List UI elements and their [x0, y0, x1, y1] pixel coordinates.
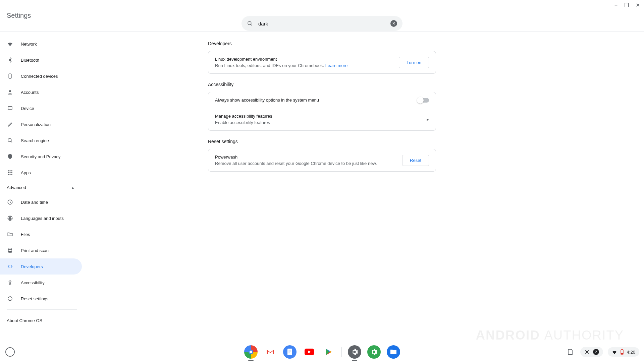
sidebar-item-accessibility[interactable]: Accessibility [0, 275, 82, 291]
svg-rect-15 [11, 174, 12, 175]
sidebar-item-connected-devices[interactable]: Connected devices [0, 68, 82, 84]
learn-more-link[interactable]: Learn more [325, 63, 347, 68]
svg-rect-13 [8, 174, 9, 175]
sidebar-item-search-engine[interactable]: Search engine [0, 132, 82, 148]
svg-rect-4 [8, 107, 12, 109]
svg-rect-11 [10, 172, 11, 173]
sidebar-item-label: About Chrome OS [7, 318, 42, 323]
wifi-icon [612, 350, 617, 354]
manage-accessibility-row[interactable]: Manage accessibility features Enable acc… [208, 108, 436, 130]
powerwash-row[interactable]: Powerwash Remove all user accounts and r… [208, 149, 436, 171]
search-input[interactable] [258, 21, 390, 26]
shelf-app-settings-1[interactable] [348, 345, 361, 359]
tray-time: 4:20 [627, 350, 635, 355]
folder-icon [390, 349, 397, 355]
settings-header: Settings ✕ [0, 0, 644, 32]
accessibility-icon [7, 279, 13, 286]
maximize-button[interactable]: ❐ [624, 3, 629, 8]
powerwash-title: Powerwash [215, 155, 402, 160]
tray-page-button[interactable] [565, 347, 576, 357]
developers-card: Linux development environment Run Linux … [208, 51, 436, 74]
sidebar-item-about[interactable]: About Chrome OS [0, 312, 82, 328]
watermark: ANDROID AUTHORITY [476, 328, 624, 343]
sidebar-item-developers[interactable]: Developers [0, 258, 82, 275]
svg-rect-24 [288, 352, 291, 352]
sidebar-item-device[interactable]: Device [0, 100, 82, 116]
sidebar-item-bluetooth[interactable]: Bluetooth [0, 52, 82, 68]
sidebar-item-label: Languages and inputs [21, 216, 64, 221]
sidebar-item-files[interactable]: Files [0, 226, 82, 242]
always-show-accessibility-row[interactable]: Always show accessibility options in the… [208, 92, 436, 108]
sidebar-item-apps[interactable]: Apps [0, 165, 82, 181]
svg-rect-29 [622, 349, 623, 350]
sidebar-item-label: Reset settings [21, 296, 48, 301]
sidebar-item-label: Personalization [21, 122, 51, 127]
sidebar-item-reset-settings[interactable]: Reset settings [0, 291, 82, 307]
gear-icon [370, 348, 378, 356]
sidebar-item-label: Device [21, 106, 34, 111]
search-box[interactable]: ✕ [241, 16, 402, 31]
globe-icon [7, 215, 13, 222]
clock-icon [7, 199, 13, 205]
turn-on-button[interactable]: Turn on [399, 57, 429, 68]
sidebar-item-label: Connected devices [21, 74, 58, 79]
svg-rect-14 [10, 174, 11, 175]
sidebar-item-date-time[interactable]: Date and time [0, 194, 82, 210]
svg-rect-8 [10, 170, 11, 171]
notification-count-badge: 2 [593, 349, 599, 355]
sidebar-item-personalization[interactable]: Personalization [0, 116, 82, 132]
reset-button[interactable]: Reset [402, 155, 429, 166]
shelf-app-play-store[interactable] [322, 345, 335, 359]
manage-accessibility-desc: Enable accessibility features [215, 120, 423, 125]
svg-rect-9 [11, 170, 12, 171]
sidebar-item-print-scan[interactable]: Print and scan [0, 242, 82, 258]
shelf: 2 4:20 [0, 342, 644, 362]
sidebar-item-label: Date and time [21, 200, 48, 205]
shelf-app-settings-2[interactable] [367, 345, 381, 359]
youtube-icon [305, 349, 314, 355]
sidebar-item-label: Developers [21, 264, 43, 269]
sidebar-item-label: Search engine [21, 138, 49, 143]
shelf-apps [244, 345, 400, 359]
gear-icon [351, 348, 358, 356]
code-icon [7, 263, 13, 270]
search-icon [247, 20, 253, 26]
sidebar-item-label: Bluetooth [21, 58, 39, 63]
launcher-button[interactable] [5, 347, 15, 357]
sidebar-item-accounts[interactable]: Accounts [0, 84, 82, 100]
sidebar-item-label: Apps [21, 170, 31, 175]
reset-icon [7, 295, 13, 302]
svg-rect-19 [9, 248, 11, 250]
section-title-reset: Reset settings [208, 139, 436, 144]
always-show-accessibility-title: Always show accessibility options in the… [215, 98, 418, 103]
sidebar-item-label: Accessibility [21, 280, 45, 285]
sidebar-advanced-toggle[interactable]: Advanced ▲ [0, 181, 84, 194]
svg-rect-10 [8, 172, 9, 173]
shelf-app-files[interactable] [387, 345, 400, 359]
svg-rect-7 [8, 170, 9, 171]
bluetooth-icon [7, 57, 13, 63]
close-button[interactable]: ✕ [636, 3, 640, 8]
shelf-divider [341, 347, 342, 357]
shelf-app-chrome[interactable] [244, 345, 258, 359]
shelf-app-youtube[interactable] [303, 345, 316, 359]
person-icon [7, 89, 13, 96]
clear-search-button[interactable]: ✕ [390, 20, 397, 27]
sidebar-item-languages-inputs[interactable]: Languages and inputs [0, 210, 82, 226]
tray-notifications[interactable]: 2 [580, 347, 603, 357]
sidebar-item-network[interactable]: Network [0, 36, 82, 52]
always-show-accessibility-toggle[interactable] [418, 98, 429, 103]
page-title: Settings [7, 12, 31, 19]
linux-dev-row[interactable]: Linux development environment Run Linux … [208, 51, 436, 73]
apps-grid-icon [7, 169, 13, 176]
pencil-icon [7, 121, 13, 128]
tray-status[interactable]: 4:20 [608, 347, 639, 357]
powerwash-desc: Remove all user accounts and reset your … [215, 161, 402, 166]
sidebar-item-security-privacy[interactable]: Security and Privacy [0, 148, 82, 165]
minimize-button[interactable]: − [614, 3, 618, 8]
shelf-app-gmail[interactable] [264, 345, 277, 359]
sidebar-item-label: Files [21, 232, 30, 237]
svg-rect-23 [288, 351, 291, 351]
shelf-app-docs[interactable] [283, 345, 297, 359]
folder-icon [7, 231, 13, 238]
